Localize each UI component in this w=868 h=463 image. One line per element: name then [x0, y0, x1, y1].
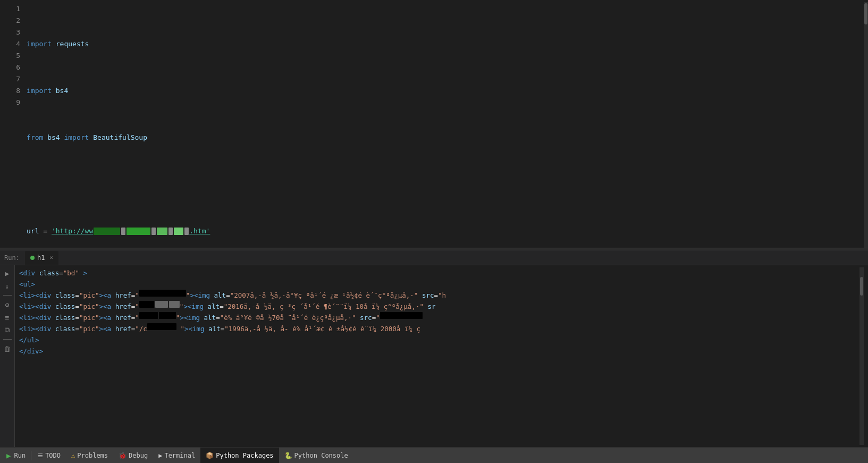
module-bs4: bs4 — [56, 85, 68, 97]
terminal-label: Terminal — [164, 452, 195, 459]
keyword-import-1: import — [27, 38, 52, 50]
status-run-play[interactable]: ▶ Run — [2, 448, 30, 463]
term-line-3: <li> <div class = "pic" > <a href = " " … — [19, 290, 859, 301]
term-line-2: <ul> — [19, 279, 859, 290]
run-text: Run — [14, 452, 26, 459]
line-num-4: 4 — [0, 38, 20, 50]
redact-block-4 — [147, 323, 176, 330]
code-line-1: import requests — [27, 38, 864, 50]
line-num-6: 6 — [0, 62, 20, 73]
terminal-body: ▶ ↓ ⚙ ≡ ⧉ 🗑 <div class = "bd" — [0, 265, 868, 447]
var-url: url — [27, 225, 39, 237]
toolbar-divider-1 — [3, 295, 12, 296]
run-play-button[interactable]: ▶ — [3, 268, 12, 278]
run-stop-button[interactable]: ⚙ — [3, 300, 12, 309]
term-line-7: </ul> — [19, 334, 859, 346]
url-seg-1 — [94, 228, 120, 235]
terminal-scrollbar[interactable] — [859, 267, 864, 445]
term-line-4: <li> <div class = "pic" > <a href = " — [19, 301, 859, 312]
sep-1 — [31, 451, 31, 460]
toolbar-divider-2 — [3, 339, 12, 340]
line-num-1: 1 — [0, 3, 20, 15]
term-line-5: <li> <div class = "pic" > <a href = " — [19, 312, 859, 323]
redact-block-3b — [380, 312, 423, 319]
status-python-console[interactable]: 🐍 Python Console — [279, 448, 353, 463]
run-tab-h1[interactable]: h1 × — [25, 251, 58, 265]
terminal-icon: ▶ — [158, 452, 162, 459]
url-seg-gap — [121, 228, 125, 235]
code-content[interactable]: import requests import bs4 from bs4 impo… — [27, 2, 864, 248]
debug-icon: 🐞 — [119, 452, 127, 459]
run-toolbar: ▶ ↓ ⚙ ≡ ⧉ 🗑 — [0, 265, 15, 447]
code-line-3: from bs4 import BeautifulSoup — [27, 132, 864, 144]
string-url-start: 'http://ww — [52, 225, 93, 237]
tab-name: h1 — [37, 254, 45, 262]
tab-active-dot — [30, 256, 35, 260]
code-line-2: import bs4 — [27, 85, 864, 97]
code-line-4 — [27, 179, 864, 190]
run-tab-bar: Run: h1 × — [0, 250, 868, 265]
line-num-2: 2 — [0, 15, 20, 27]
terminal-output: <div class = "bd" > <ul> <li> <div — [15, 265, 868, 447]
todo-label: TODO — [45, 452, 61, 459]
run-down-button[interactable]: ↓ — [3, 281, 12, 291]
editor-area: 1 2 3 4 5 6 7 8 9 import requests import… — [0, 0, 868, 248]
tab-close-btn[interactable]: × — [49, 254, 53, 261]
keyword-from: from — [27, 132, 43, 144]
module-requests: requests — [56, 38, 89, 50]
keyword-import-2: import — [27, 85, 52, 97]
code-container: 1 2 3 4 5 6 7 8 9 import requests import… — [0, 0, 868, 248]
status-todo[interactable]: ☰ TODO — [32, 448, 66, 463]
term-line-6: <li> <div class = "pic" > <a href = "/c … — [19, 323, 859, 334]
line-num-8: 8 — [0, 85, 20, 97]
status-bar: ▶ Run ☰ TODO ⚠ Problems 🐞 Debug ▶ Termin… — [0, 447, 868, 463]
status-problems[interactable]: ⚠ Problems — [66, 448, 113, 463]
redact-block-1 — [139, 290, 186, 297]
console-label: Python Console — [294, 452, 348, 459]
redact-block-2 — [139, 301, 180, 308]
line-num-5: 5 — [0, 50, 20, 62]
run-list-button[interactable]: ≡ — [3, 313, 12, 322]
editor-scroll-thumb[interactable] — [864, 3, 867, 24]
url-seg-2 — [127, 228, 150, 235]
output-lines: <div class = "bd" > <ul> <li> <div — [19, 267, 859, 445]
editor-scrollbar[interactable] — [864, 2, 868, 248]
term-line-1: <div class = "bd" > — [19, 267, 859, 279]
url-seg-gap4 — [184, 228, 189, 235]
code-line-5: url = 'http://ww .htm' — [27, 225, 864, 237]
url-seg-4 — [174, 228, 183, 235]
module-bs4-2: bs4 — [47, 132, 60, 144]
packages-label: Python Packages — [216, 452, 273, 459]
run-label: Run: — [4, 254, 20, 262]
line-numbers: 1 2 3 4 5 6 7 8 9 — [0, 2, 27, 248]
line-num-9: 9 — [0, 97, 20, 108]
packages-icon: 📦 — [206, 452, 214, 459]
debug-label: Debug — [129, 452, 148, 459]
play-icon: ▶ — [6, 451, 11, 460]
todo-icon: ☰ — [38, 452, 43, 459]
console-icon: 🐍 — [284, 452, 292, 459]
term-line-8: </div> — [19, 346, 859, 357]
problems-label: Problems — [77, 452, 108, 459]
status-debug[interactable]: 🐞 Debug — [113, 448, 153, 463]
terminal-scroll-thumb[interactable] — [860, 277, 863, 296]
line-num-7: 7 — [0, 73, 20, 85]
redact-block-3 — [139, 312, 176, 319]
problems-icon: ⚠ — [71, 452, 75, 459]
status-python-packages[interactable]: 📦 Python Packages — [200, 448, 279, 463]
output-container: <div class = "bd" > <ul> <li> <div — [19, 267, 864, 445]
keyword-import-3: import — [64, 132, 89, 144]
url-redact-bar — [94, 227, 189, 235]
string-url-end: .htm' — [189, 225, 210, 237]
terminal-panel: Run: h1 × ▶ ↓ ⚙ ≡ ⧉ 🗑 <div — [0, 250, 868, 447]
class-beautifulsoup: BeautifulSoup — [93, 132, 147, 144]
run-copy-button[interactable]: ⧉ — [3, 325, 12, 335]
url-seg-gap2 — [151, 228, 156, 235]
url-seg-3 — [157, 228, 167, 235]
run-clear-button[interactable]: 🗑 — [3, 344, 12, 353]
status-terminal[interactable]: ▶ Terminal — [153, 448, 200, 463]
line-num-3: 3 — [0, 27, 20, 38]
url-seg-gap3 — [168, 228, 173, 235]
